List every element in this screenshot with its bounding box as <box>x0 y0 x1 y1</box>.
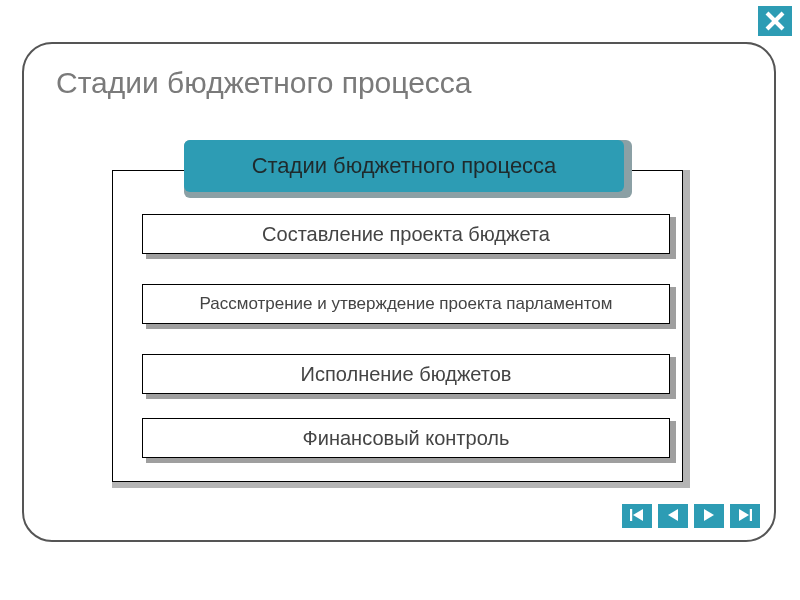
svg-marker-6 <box>739 509 749 521</box>
previous-icon <box>667 507 679 525</box>
next-icon <box>703 507 715 525</box>
stage-box: Финансовый контроль <box>142 418 670 458</box>
skip-last-icon <box>738 507 752 525</box>
diagram-header-shadow: Стадии бюджетного процесса <box>184 140 632 198</box>
stage-label: Рассмотрение и утверждение проекта парла… <box>200 294 613 314</box>
slide-frame: Стадии бюджетного процесса Стадии бюджет… <box>22 42 776 542</box>
stage-label: Исполнение бюджетов <box>301 363 512 386</box>
svg-rect-7 <box>750 509 752 521</box>
skip-first-icon <box>630 507 644 525</box>
page-title: Стадии бюджетного процесса <box>56 66 472 100</box>
stage-box: Составление проекта бюджета <box>142 214 670 254</box>
diagram-header: Стадии бюджетного процесса <box>184 140 624 192</box>
stage-box: Исполнение бюджетов <box>142 354 670 394</box>
stage-item: Финансовый контроль <box>142 418 676 462</box>
nav-next-button[interactable] <box>694 504 724 528</box>
stages-list: Составление проекта бюджета Рассмотрение… <box>142 214 676 488</box>
nav-last-button[interactable] <box>730 504 760 528</box>
nav-controls <box>622 504 760 528</box>
stage-label: Составление проекта бюджета <box>262 223 550 246</box>
stage-box: Рассмотрение и утверждение проекта парла… <box>142 284 670 324</box>
nav-prev-button[interactable] <box>658 504 688 528</box>
diagram-header-label: Стадии бюджетного процесса <box>252 153 557 179</box>
svg-rect-2 <box>630 509 632 521</box>
svg-marker-3 <box>633 509 643 521</box>
close-icon <box>764 10 786 32</box>
nav-first-button[interactable] <box>622 504 652 528</box>
stage-item: Рассмотрение и утверждение проекта парла… <box>142 284 676 328</box>
stage-item: Исполнение бюджетов <box>142 354 676 398</box>
stage-item: Составление проекта бюджета <box>142 214 676 258</box>
stage-label: Финансовый контроль <box>303 427 510 450</box>
svg-marker-5 <box>704 509 714 521</box>
svg-marker-4 <box>668 509 678 521</box>
close-button[interactable] <box>758 6 792 36</box>
